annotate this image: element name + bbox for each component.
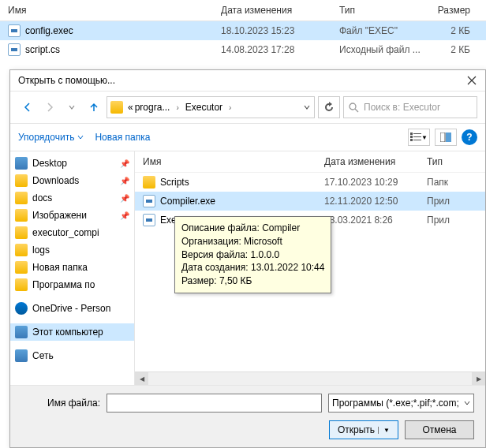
svg-rect-5 [410, 139, 413, 141]
list-header-date[interactable]: Дата изменения [324, 156, 427, 167]
chevron-right-icon: › [174, 103, 180, 112]
svg-rect-6 [413, 140, 421, 140]
scroll-track[interactable] [148, 372, 472, 385]
bg-column-headers: Имя Дата изменения Тип Размер [0, 0, 486, 21]
open-button[interactable]: Открыть ▼ [329, 420, 398, 439]
folder-icon [15, 261, 28, 274]
cs-file-icon [8, 43, 21, 56]
tree-item-network[interactable]: Сеть [10, 347, 134, 364]
chevron-right-icon: › [227, 103, 233, 112]
preview-pane-icon [440, 133, 451, 142]
list-row[interactable]: Compiler.exe 12.11.2020 12:50 Прил [135, 192, 485, 211]
arrow-left-icon [21, 101, 34, 114]
nav-tree[interactable]: Desktop📌 Downloads📌 docs📌 Изображени📌 ex… [10, 151, 135, 385]
file-list: Имя Дата изменения Тип Scripts 17.10.202… [135, 151, 485, 385]
bg-row[interactable]: config.exec 18.10.2023 15:23 Файл "EXEC"… [0, 21, 486, 40]
tree-item-this-pc[interactable]: Этот компьютер [10, 323, 134, 341]
pc-icon [15, 326, 28, 338]
recent-dropdown[interactable] [62, 98, 81, 117]
view-mode-button[interactable]: ▼ [408, 129, 430, 146]
tree-item[interactable]: logs [10, 241, 134, 259]
scroll-right-button[interactable]: ▶ [472, 372, 485, 385]
filename-input[interactable] [107, 394, 322, 413]
svg-point-0 [350, 103, 356, 110]
chevron-down-icon [464, 400, 470, 406]
tree-item-onedrive[interactable]: OneDrive - Person [10, 300, 134, 317]
breadcrumb-seg[interactable]: « progra... [125, 100, 173, 114]
horizontal-scrollbar[interactable]: ◀ ▶ [135, 371, 485, 385]
tree-item-downloads[interactable]: Downloads📌 [10, 172, 134, 189]
desktop-icon [15, 157, 28, 170]
bg-header-date[interactable]: Дата изменения [221, 5, 339, 16]
list-header-type[interactable]: Тип [427, 156, 477, 167]
folder-icon [15, 226, 28, 239]
toolbar: Упорядочить Новая папка ▼ ? [10, 124, 485, 151]
exe-icon [143, 214, 155, 226]
bg-header-size[interactable]: Размер [426, 5, 478, 16]
refresh-button[interactable] [318, 96, 340, 118]
network-icon [15, 349, 28, 362]
nav-bar: « progra... › Executor › Поиск в: Execut… [10, 91, 485, 124]
preview-pane-button[interactable] [435, 129, 457, 146]
arrow-right-icon [43, 101, 56, 114]
list-view-icon [410, 133, 421, 142]
tree-item-docs[interactable]: docs📌 [10, 189, 134, 207]
close-button[interactable] [466, 75, 477, 86]
dialog-title-text: Открыть с помощью... [18, 75, 115, 86]
folder-icon [15, 174, 28, 187]
folder-icon [15, 209, 28, 222]
svg-rect-7 [440, 133, 445, 142]
tree-item[interactable]: Программа по [10, 276, 134, 293]
arrow-up-icon [88, 101, 100, 114]
filename-label: Имя файла: [21, 398, 100, 409]
list-headers: Имя Дата изменения Тип [135, 151, 485, 173]
file-tooltip: Описание файла: Compiler Организация: Mi… [174, 216, 331, 293]
search-icon [349, 103, 359, 113]
new-folder-button[interactable]: Новая папка [95, 132, 150, 143]
pin-icon: 📌 [120, 194, 129, 203]
folder-icon [15, 244, 28, 256]
chevron-down-icon [303, 103, 311, 111]
bg-header-name[interactable]: Имя [8, 5, 221, 16]
svg-rect-3 [410, 136, 413, 138]
list-row[interactable]: Scripts 17.10.2023 10:29 Папк [135, 173, 485, 192]
folder-icon [15, 278, 28, 291]
folder-icon [143, 176, 155, 189]
pin-icon: 📌 [120, 159, 129, 168]
tree-item-images[interactable]: Изображени📌 [10, 207, 134, 224]
search-input[interactable]: Поиск в: Executor [343, 96, 477, 118]
dialog-footer: Имя файла: Программы (*.exe;*.pif;*.com;… [10, 385, 485, 447]
help-button[interactable]: ? [462, 129, 477, 145]
list-header-name[interactable]: Имя [143, 156, 324, 167]
close-icon [467, 76, 477, 85]
address-dropdown[interactable] [303, 103, 311, 111]
refresh-icon [323, 102, 335, 113]
tree-item[interactable]: executor_compi [10, 224, 134, 241]
chevron-down-icon [68, 103, 76, 111]
cancel-button[interactable]: Отмена [405, 420, 474, 439]
svg-rect-4 [413, 136, 421, 137]
pin-icon: 📌 [120, 177, 129, 185]
back-button[interactable] [18, 98, 37, 117]
bg-header-type[interactable]: Тип [339, 5, 426, 16]
tree-item-desktop[interactable]: Desktop📌 [10, 155, 134, 172]
content-area: Desktop📌 Downloads📌 docs📌 Изображени📌 ex… [10, 151, 485, 385]
scroll-left-button[interactable]: ◀ [135, 372, 148, 385]
folder-icon [15, 192, 28, 204]
exec-file-icon [8, 24, 21, 37]
bg-row[interactable]: script.cs 14.08.2023 17:28 Исходный файл… [0, 40, 486, 59]
pin-icon: 📌 [120, 211, 129, 220]
address-bar[interactable]: « progra... › Executor › [107, 96, 315, 118]
chevron-down-icon [77, 134, 84, 140]
filetype-select[interactable]: Программы (*.exe;*.pif;*.com; [328, 394, 474, 413]
organize-button[interactable]: Упорядочить [18, 132, 84, 143]
folder-icon [110, 101, 123, 114]
svg-rect-1 [410, 133, 413, 135]
open-with-dialog: Открыть с помощью... « progra... › Execu… [9, 69, 486, 448]
up-button[interactable] [84, 98, 103, 117]
forward-button[interactable] [40, 98, 59, 117]
svg-rect-8 [446, 133, 451, 142]
tree-item[interactable]: Новая папка [10, 259, 134, 276]
svg-rect-2 [413, 133, 421, 134]
breadcrumb-seg[interactable]: Executor [182, 100, 226, 114]
